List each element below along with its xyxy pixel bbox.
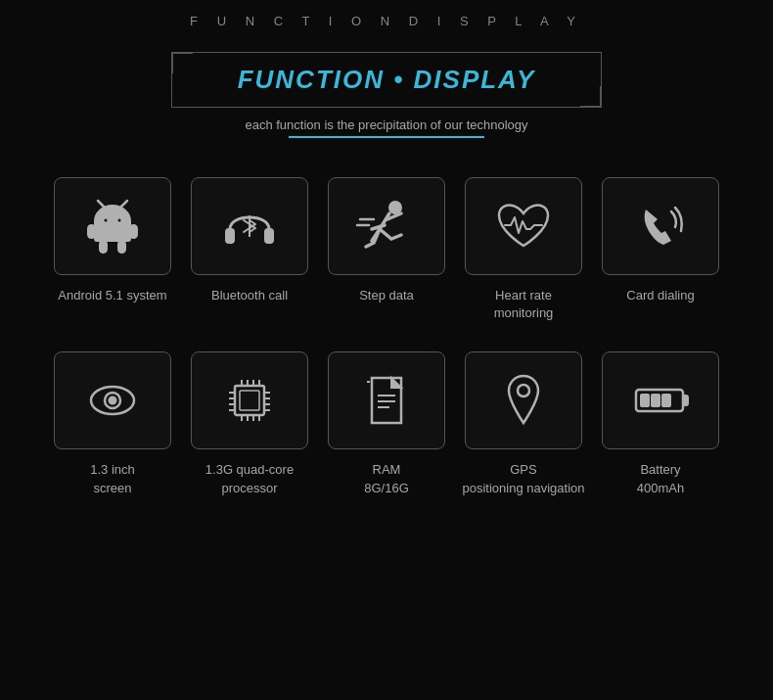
- icon-box-step: [328, 177, 445, 275]
- svg-rect-11: [264, 228, 274, 244]
- svg-rect-7: [118, 241, 125, 253]
- android-icon: [78, 192, 147, 260]
- feature-label-step: Step data: [359, 287, 414, 304]
- svg-point-13: [389, 202, 401, 213]
- svg-rect-8: [88, 225, 95, 238]
- svg-rect-44: [652, 395, 659, 406]
- title-section: FUNCTION • DISPLAY each function is the …: [171, 52, 602, 138]
- features-row-1: Android 5.1 system Bluetooth call: [49, 177, 724, 322]
- feature-label-card: Card dialing: [626, 287, 694, 304]
- icon-box-bluetooth: [191, 177, 308, 275]
- gps-icon: [489, 366, 558, 435]
- ram-icon: [352, 366, 421, 435]
- feature-label-processor: 1.3G quad-core processor: [205, 461, 294, 496]
- feature-bluetooth: Bluetooth call: [186, 177, 313, 304]
- icon-box-processor: [191, 351, 308, 449]
- feature-battery: Battery 400mAh: [597, 351, 724, 496]
- feature-ram: RAM 8G/16G: [323, 351, 450, 496]
- feature-label-gps: GPS positioning navigation: [462, 461, 584, 496]
- battery-icon: [626, 366, 695, 435]
- svg-point-40: [518, 385, 529, 397]
- svg-rect-45: [662, 395, 670, 406]
- feature-heart: Heart rate monitoring: [460, 177, 587, 322]
- feature-label-android: Android 5.1 system: [58, 287, 166, 304]
- svg-line-4: [98, 201, 104, 207]
- feature-label-screen: 1.3 inch screen: [90, 461, 135, 496]
- feature-screen: 1.3 inch screen: [49, 351, 176, 496]
- feature-label-heart: Heart rate monitoring: [494, 287, 554, 322]
- feature-label-ram: RAM 8G/16G: [364, 461, 409, 496]
- svg-line-5: [121, 201, 127, 207]
- svg-rect-9: [130, 225, 137, 238]
- icon-box-ram: [328, 351, 445, 449]
- feature-step: Step data: [323, 177, 450, 304]
- svg-rect-1: [95, 221, 130, 241]
- feature-label-battery: Battery 400mAh: [637, 461, 684, 496]
- subtitle: each function is the precipitation of ou…: [245, 117, 527, 138]
- svg-rect-43: [641, 395, 649, 406]
- svg-point-18: [110, 397, 116, 404]
- feature-processor: 1.3G quad-core processor: [186, 351, 313, 496]
- feature-card: Card dialing: [597, 177, 724, 304]
- icon-box-heart: [465, 177, 582, 275]
- svg-rect-6: [100, 241, 107, 253]
- screen-icon: [78, 366, 147, 435]
- features-section: Android 5.1 system Bluetooth call: [0, 167, 773, 517]
- icon-box-battery: [602, 351, 719, 449]
- step-icon: [352, 192, 421, 260]
- icon-box-gps: [465, 351, 582, 449]
- header-text: F U N C T I O N D I S P L A Y: [190, 14, 583, 28]
- main-title: FUNCTION • DISPLAY: [202, 65, 571, 95]
- svg-rect-20: [240, 391, 259, 410]
- icon-box-screen: [54, 351, 171, 449]
- icon-box-android: [54, 177, 171, 275]
- features-row-2: 1.3 inch screen: [49, 351, 724, 496]
- feature-gps: GPS positioning navigation: [460, 351, 587, 496]
- processor-icon: [215, 366, 284, 435]
- svg-point-2: [104, 218, 109, 223]
- feature-label-bluetooth: Bluetooth call: [211, 287, 288, 304]
- svg-rect-10: [225, 228, 235, 244]
- svg-rect-42: [683, 396, 688, 405]
- feature-android: Android 5.1 system: [49, 177, 176, 304]
- heart-rate-icon: [489, 192, 558, 260]
- svg-point-3: [117, 218, 122, 223]
- bluetooth-icon: [215, 192, 284, 260]
- icon-box-card: [602, 177, 719, 275]
- top-header: F U N C T I O N D I S P L A Y: [0, 0, 773, 42]
- card-dialing-icon: [626, 192, 695, 260]
